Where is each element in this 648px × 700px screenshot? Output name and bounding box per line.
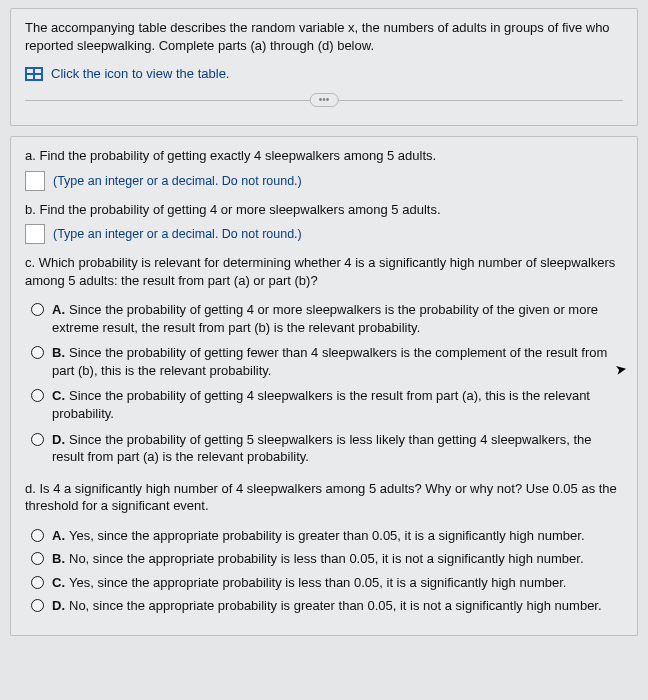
option-text: Since the probability of getting 5 sleep… <box>52 432 591 465</box>
part-c-option-a[interactable]: A.Since the probability of getting 4 or … <box>31 301 623 336</box>
option-text: Since the probability of getting 4 sleep… <box>52 388 590 421</box>
part-d-option-b[interactable]: B.No, since the appropriate probability … <box>31 550 623 568</box>
radio-icon[interactable] <box>31 303 44 316</box>
part-c-option-b[interactable]: B.Since the probability of getting fewer… <box>31 344 623 379</box>
part-c-option-c[interactable]: C.Since the probability of getting 4 sle… <box>31 387 623 422</box>
part-d-option-a[interactable]: A.Yes, since the appropriate probability… <box>31 527 623 545</box>
part-d-prompt: d. Is 4 a significantly high number of 4… <box>25 480 623 515</box>
part-a-hint: (Type an integer or a decimal. Do not ro… <box>53 174 302 188</box>
part-b-hint: (Type an integer or a decimal. Do not ro… <box>53 227 302 241</box>
part-d-option-c[interactable]: C.Yes, since the appropriate probability… <box>31 574 623 592</box>
radio-icon[interactable] <box>31 389 44 402</box>
part-d-options: A.Yes, since the appropriate probability… <box>25 527 623 615</box>
part-d-option-d[interactable]: D.No, since the appropriate probability … <box>31 597 623 615</box>
cursor-icon: ➤ <box>614 360 629 378</box>
radio-icon[interactable] <box>31 599 44 612</box>
radio-icon[interactable] <box>31 346 44 359</box>
part-a-prompt: a. Find the probability of getting exact… <box>25 147 623 165</box>
option-text: Yes, since the appropriate probability i… <box>69 528 585 543</box>
questions-panel: ➤ a. Find the probability of getting exa… <box>10 136 638 636</box>
option-text: No, since the appropriate probability is… <box>69 551 584 566</box>
intro-panel: The accompanying table describes the ran… <box>10 8 638 126</box>
option-text: Since the probability of getting 4 or mo… <box>52 302 598 335</box>
part-c-options: A.Since the probability of getting 4 or … <box>25 301 623 465</box>
option-label: D. <box>52 432 65 447</box>
view-table-link[interactable]: Click the icon to view the table. <box>51 66 229 81</box>
part-b-prompt: b. Find the probability of getting 4 or … <box>25 201 623 219</box>
table-icon[interactable] <box>25 67 43 81</box>
intro-text: The accompanying table describes the ran… <box>25 19 623 54</box>
option-text: Yes, since the appropriate probability i… <box>69 575 566 590</box>
radio-icon[interactable] <box>31 433 44 446</box>
option-label: C. <box>52 388 65 403</box>
option-label: B. <box>52 551 65 566</box>
option-label: C. <box>52 575 65 590</box>
section-divider: ••• <box>25 93 623 107</box>
ellipsis-icon[interactable]: ••• <box>310 93 339 107</box>
part-c-prompt: c. Which probability is relevant for det… <box>25 254 623 289</box>
part-c-option-d[interactable]: D.Since the probability of getting 5 sle… <box>31 431 623 466</box>
radio-icon[interactable] <box>31 529 44 542</box>
part-a-input[interactable] <box>25 171 45 191</box>
radio-icon[interactable] <box>31 552 44 565</box>
option-label: B. <box>52 345 65 360</box>
radio-icon[interactable] <box>31 576 44 589</box>
option-text: Since the probability of getting fewer t… <box>52 345 607 378</box>
option-label: A. <box>52 302 65 317</box>
option-label: A. <box>52 528 65 543</box>
part-b-input[interactable] <box>25 224 45 244</box>
option-label: D. <box>52 598 65 613</box>
option-text: No, since the appropriate probability is… <box>69 598 602 613</box>
